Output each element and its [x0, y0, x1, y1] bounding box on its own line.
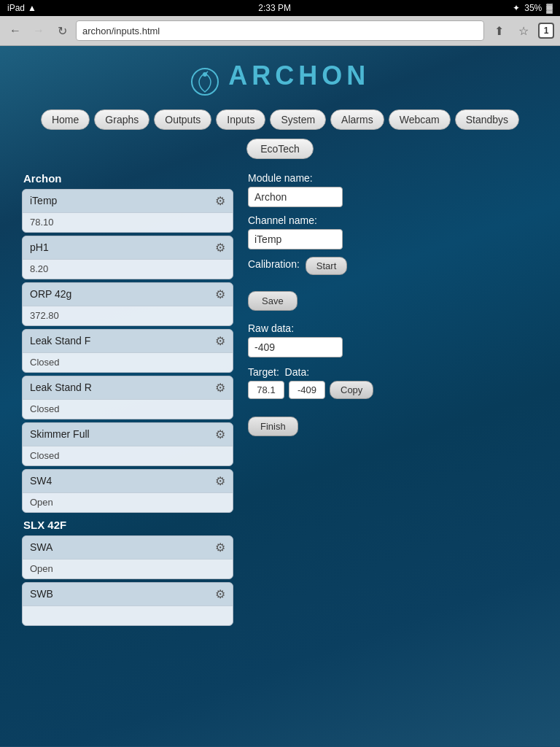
status-bar: iPad ▲ 2:33 PM ✦ 35% ▓ — [0, 0, 560, 16]
input-value-swa: Open — [23, 560, 233, 578]
gear-icon-itemp[interactable]: ⚙ — [215, 194, 225, 208]
input-value-leakstandr: Closed — [23, 400, 233, 419]
input-group-sw4: SW4 ⚙ Open — [22, 469, 233, 513]
input-name-orp42g: ORP 42g — [30, 288, 71, 300]
logo-area: ARCHON — [0, 46, 560, 104]
raw-data-display: -409 — [248, 337, 343, 357]
input-value-leakstandf: Closed — [23, 353, 233, 372]
copy-button[interactable]: Copy — [330, 381, 373, 399]
battery-icon: ▓ — [546, 3, 553, 13]
input-name-skimmerfull: Skimmer Full — [30, 428, 90, 440]
gear-icon-swb[interactable]: ⚙ — [215, 587, 225, 601]
logo-text: ARCHON — [228, 61, 370, 90]
input-name-swb: SWB — [30, 588, 53, 600]
channel-name-input[interactable] — [248, 229, 343, 249]
status-right: ✦ 35% ▓ — [513, 3, 553, 13]
input-row-skimmerfull: Skimmer Full ⚙ — [23, 423, 233, 446]
forward-button[interactable]: → — [29, 21, 48, 40]
target-data-label: Target: Data: — [248, 366, 538, 378]
input-row-swb: SWB ⚙ — [23, 583, 233, 606]
gear-icon-swa[interactable]: ⚙ — [215, 541, 225, 554]
input-group-skimmerfull: Skimmer Full ⚙ Closed — [22, 422, 233, 466]
input-group-itemp: iTemp ⚙ 78.10 — [22, 189, 233, 233]
tab-count[interactable]: 1 — [538, 23, 554, 39]
nav-graphs[interactable]: Graphs — [94, 109, 149, 130]
nav-ecotech[interactable]: EcoTech — [246, 139, 314, 159]
carrier-label: iPad — [7, 3, 25, 13]
input-group-ph1: pH1 ⚙ 8.20 — [22, 236, 233, 279]
nav-standbys[interactable]: Standbys — [455, 109, 519, 130]
input-name-leakstandf: Leak Stand F — [30, 335, 90, 347]
input-row-itemp: iTemp ⚙ — [23, 190, 233, 213]
main-content: Archon iTemp ⚙ 78.10 pH1 ⚙ 8.20 ORP 42g … — [0, 165, 560, 636]
status-left: iPad ▲ — [7, 3, 36, 13]
gear-icon-orp42g[interactable]: ⚙ — [215, 287, 225, 301]
input-name-leakstandr: Leak Stand R — [30, 382, 92, 393]
wifi-icon: ▲ — [28, 3, 36, 13]
input-group-orp42g: ORP 42g ⚙ 372.80 — [22, 282, 233, 326]
input-row-sw4: SW4 ⚙ — [23, 470, 233, 493]
nav-webcam[interactable]: Webcam — [389, 109, 451, 130]
nav-system[interactable]: System — [270, 109, 326, 130]
right-panel: Module name: Channel name: Calibration: … — [248, 172, 538, 436]
share-button[interactable]: ⬆ — [489, 20, 509, 41]
main-nav: Home Graphs Outputs Inputs System Alarms… — [0, 104, 560, 136]
section-header-archon: Archon — [22, 172, 233, 185]
input-row-ph1: pH1 ⚙ — [23, 236, 233, 260]
input-value-skimmerfull: Closed — [23, 446, 233, 465]
nav-alarms[interactable]: Alarms — [330, 109, 384, 130]
nav-home[interactable]: Home — [41, 109, 90, 130]
target-value-display: 78.1 — [248, 381, 284, 399]
input-value-ph1: 8.20 — [23, 260, 233, 279]
input-group-swb: SWB ⚙ — [22, 582, 233, 626]
battery-level: 35% — [524, 3, 542, 13]
input-row-leakstandf: Leak Stand F ⚙ — [23, 330, 233, 353]
nav-inputs[interactable]: Inputs — [216, 109, 265, 130]
data-value-display: -409 — [289, 381, 325, 399]
sub-nav: EcoTech — [0, 136, 560, 165]
input-value-sw4: Open — [23, 493, 233, 512]
module-name-label: Module name: — [248, 172, 538, 184]
input-value-swb — [23, 606, 233, 625]
section-header-slx42f: SLX 42F — [22, 519, 233, 531]
input-group-swa: SWA ⚙ Open — [22, 535, 233, 579]
channel-name-label: Channel name: — [248, 214, 538, 226]
input-value-itemp: 78.10 — [23, 213, 233, 232]
save-button[interactable]: Save — [248, 291, 298, 311]
gear-icon-ph1[interactable]: ⚙ — [215, 241, 225, 255]
bluetooth-icon: ✦ — [513, 3, 520, 13]
left-panel: Archon iTemp ⚙ 78.10 pH1 ⚙ 8.20 ORP 42g … — [22, 172, 233, 629]
input-value-orp42g: 372.80 — [23, 306, 233, 325]
start-button[interactable]: Start — [306, 257, 347, 275]
input-name-ph1: pH1 — [30, 241, 49, 253]
input-name-itemp: iTemp — [30, 195, 57, 206]
input-row-orp42g: ORP 42g ⚙ — [23, 283, 233, 306]
back-button[interactable]: ← — [6, 21, 25, 40]
calibration-label: Calibration: — [248, 258, 300, 270]
gear-icon-leakstandf[interactable]: ⚙ — [215, 334, 225, 348]
input-group-leakstandr: Leak Stand R ⚙ Closed — [22, 376, 233, 419]
time-display: 2:33 PM — [258, 3, 291, 13]
url-bar[interactable] — [76, 20, 484, 41]
gear-icon-sw4[interactable]: ⚙ — [215, 474, 225, 488]
reload-button[interactable]: ↻ — [52, 21, 71, 40]
gear-icon-skimmerfull[interactable]: ⚙ — [215, 427, 225, 441]
raw-data-label: Raw data: — [248, 322, 538, 334]
input-row-swa: SWA ⚙ — [23, 536, 233, 560]
bookmark-button[interactable]: ☆ — [513, 20, 534, 41]
input-group-leakstandf: Leak Stand F ⚙ Closed — [22, 329, 233, 373]
input-name-sw4: SW4 — [30, 475, 52, 487]
module-name-input[interactable] — [248, 187, 343, 207]
page-background: ARCHON Home Graphs Outputs Inputs System… — [0, 46, 560, 746]
gear-icon-leakstandr[interactable]: ⚙ — [215, 381, 225, 395]
nav-outputs[interactable]: Outputs — [154, 109, 211, 130]
target-data-row: 78.1 -409 Copy — [248, 381, 538, 399]
finish-button[interactable]: Finish — [248, 417, 298, 436]
logo-icon — [190, 67, 219, 96]
input-row-leakstandr: Leak Stand R ⚙ — [23, 376, 233, 400]
input-name-swa: SWA — [30, 541, 52, 553]
browser-bar: ← → ↻ ⬆ ☆ 1 — [0, 16, 560, 46]
